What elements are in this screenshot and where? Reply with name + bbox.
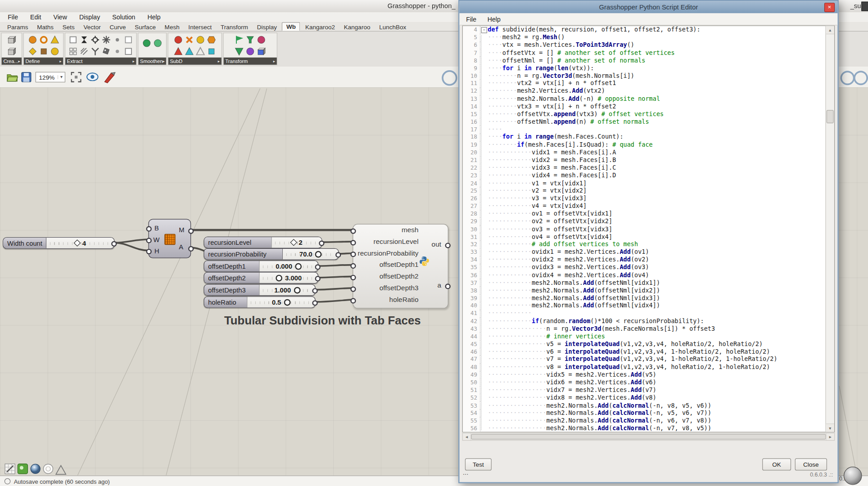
code-line[interactable]: 37············mesh2.Normals.Add(offsetNm… bbox=[463, 279, 826, 287]
ribbon-icon[interactable] bbox=[68, 34, 78, 45]
slider-track[interactable]: 70.0 bbox=[283, 249, 338, 259]
ribbon-icon[interactable] bbox=[101, 46, 111, 56]
tab-surface[interactable]: Surface bbox=[131, 23, 160, 31]
ribbon-icon[interactable] bbox=[206, 46, 217, 56]
code-line[interactable]: 30············ov3 = offsetVtx[vidx3] bbox=[463, 225, 826, 233]
code-line[interactable]: 4−def subdivide(mesh, recursion, offset1… bbox=[463, 26, 826, 34]
ribbon-icon[interactable] bbox=[49, 46, 59, 56]
chevron-right-icon[interactable]: ▸ bbox=[18, 59, 20, 63]
ribbon-icon[interactable] bbox=[195, 34, 205, 45]
ribbon-icon[interactable] bbox=[90, 46, 100, 56]
code-line[interactable]: 41············ bbox=[463, 310, 826, 317]
ribbon-icon[interactable] bbox=[6, 34, 17, 45]
code-line[interactable]: 17···· bbox=[463, 126, 826, 133]
ribbon-icon[interactable] bbox=[234, 46, 244, 56]
ribbon-icon[interactable] bbox=[101, 34, 111, 45]
output-nub[interactable] bbox=[445, 243, 451, 248]
code-line[interactable]: 20············vidx1 = mesh.Faces[i].A bbox=[463, 148, 826, 156]
menu-edit[interactable]: Edit bbox=[30, 14, 41, 21]
input-nub[interactable] bbox=[350, 275, 356, 280]
slider-track[interactable]: 4 bbox=[46, 238, 114, 248]
code-line[interactable]: 12········mesh2.Vertices.Add(vtx2) bbox=[463, 87, 826, 95]
tab-curve[interactable]: Curve bbox=[106, 23, 130, 31]
code-line[interactable]: 43················n = rg.Vector3d(mesh.F… bbox=[463, 325, 826, 333]
editor-menu-file[interactable]: File bbox=[466, 16, 476, 22]
slider-knob[interactable] bbox=[290, 239, 297, 246]
ribbon-icon[interactable] bbox=[234, 34, 244, 45]
output-nub[interactable] bbox=[445, 284, 451, 289]
paintbrush-icon[interactable] bbox=[103, 71, 117, 83]
toolbar-toggle-icon[interactable] bbox=[854, 71, 868, 85]
slider-recursionprobability[interactable]: recursionProbability70.0 bbox=[203, 248, 339, 260]
ribbon-icon[interactable] bbox=[245, 34, 255, 45]
input-nub[interactable] bbox=[350, 263, 356, 269]
code-line[interactable]: 52················vidx8 = mesh2.Vertices… bbox=[463, 394, 826, 401]
input-nub[interactable] bbox=[146, 238, 152, 243]
preview-eye-icon[interactable] bbox=[86, 72, 99, 81]
menu-view[interactable]: View bbox=[53, 14, 67, 21]
ribbon-icon[interactable] bbox=[6, 46, 17, 56]
slider-knob[interactable] bbox=[73, 239, 81, 247]
tab-kangaroo[interactable]: Kangaroo bbox=[340, 23, 374, 31]
scrollbar-thumb[interactable] bbox=[827, 110, 834, 123]
input-nub[interactable] bbox=[350, 228, 356, 234]
input-nub[interactable] bbox=[350, 286, 356, 292]
ribbon-icon[interactable] bbox=[173, 34, 183, 45]
code-line[interactable]: 9····for i in range(len(vtx)): bbox=[463, 64, 826, 72]
code-line[interactable]: 47················v7 = interpolateQuad(v… bbox=[463, 356, 826, 363]
code-line[interactable]: 22············vidx3 = mesh.Faces[i].C bbox=[463, 164, 826, 171]
code-line[interactable]: 50················vidx6 = mesh2.Vertices… bbox=[463, 378, 826, 386]
code-line[interactable]: 14········vtx3 = vtx[i] + n * offset2 bbox=[463, 103, 826, 110]
code-line[interactable]: 34············ovidx2 = mesh2.Vertices.Ad… bbox=[463, 256, 826, 264]
ribbon-icon[interactable] bbox=[141, 38, 152, 48]
ribbon-icon[interactable] bbox=[27, 34, 37, 45]
ribbon-icon[interactable] bbox=[79, 46, 89, 56]
slider-track[interactable]: 0.5 bbox=[248, 297, 315, 307]
editor-titlebar[interactable]: Grasshopper Python Script Editor × bbox=[460, 1, 838, 13]
code-line[interactable]: 40············mesh2.Normals.Add(offsetNm… bbox=[463, 302, 826, 310]
ribbon-icon[interactable] bbox=[79, 34, 89, 45]
code-line[interactable]: 5····mesh2 = rg.Mesh() bbox=[463, 34, 826, 41]
slider-knob[interactable] bbox=[315, 251, 322, 257]
tab-display[interactable]: Display bbox=[253, 23, 281, 31]
code-line[interactable]: 6····vtx = mesh.Vertices.ToPoint3dArray(… bbox=[463, 41, 826, 49]
scroll-right-icon[interactable]: ► bbox=[826, 433, 834, 440]
input-nub[interactable] bbox=[350, 240, 356, 245]
code-line[interactable]: 35············ovidx3 = mesh2.Vertices.Ad… bbox=[463, 264, 826, 271]
tab-transform[interactable]: Transform bbox=[217, 23, 252, 31]
zoom-select[interactable]: 129% ▼ bbox=[36, 72, 65, 82]
tab-lunchbox[interactable]: LunchBox bbox=[375, 23, 410, 31]
output-nub[interactable] bbox=[335, 252, 341, 257]
code-line[interactable]: 27············v4 = vtx[vidx4] bbox=[463, 202, 826, 210]
tab-wb[interactable]: Wb bbox=[282, 22, 300, 31]
code-line[interactable]: 28············ov1 = offsetVtx[vidx1] bbox=[463, 210, 826, 217]
input-nub[interactable] bbox=[350, 252, 356, 257]
slider-track[interactable]: 3.000 bbox=[260, 273, 318, 283]
slider-track[interactable]: 0.000 bbox=[260, 261, 318, 271]
input-nub[interactable] bbox=[350, 298, 356, 303]
output-nub[interactable] bbox=[188, 228, 194, 234]
slider-knob[interactable] bbox=[295, 263, 302, 270]
slider-knob[interactable] bbox=[276, 274, 282, 281]
code-line[interactable]: 51················vidx7 = mesh2.Vertices… bbox=[463, 386, 826, 394]
ribbon-icon[interactable] bbox=[153, 38, 163, 48]
toolbar-toggle-icon[interactable] bbox=[841, 71, 855, 85]
slider-knob[interactable] bbox=[294, 287, 300, 293]
slider-offsetdepth3[interactable]: offsetDepth31.000 bbox=[203, 284, 315, 296]
code-line[interactable]: 48················v8 = interpolateQuad(v… bbox=[463, 363, 826, 371]
ribbon-icon[interactable] bbox=[206, 34, 217, 45]
slider-offsetdepth2[interactable]: offsetDepth23.000 bbox=[203, 272, 318, 284]
output-nub[interactable] bbox=[315, 276, 321, 281]
document-icon[interactable] bbox=[43, 464, 54, 475]
window-control-box[interactable] bbox=[861, 2, 868, 11]
slider-holeratio[interactable]: holeRatio0.5 bbox=[203, 297, 315, 308]
ribbon-icon[interactable] bbox=[38, 34, 49, 45]
close-icon[interactable]: × bbox=[824, 3, 835, 12]
zoom-extents-icon[interactable] bbox=[71, 72, 81, 82]
menu-display[interactable]: Display bbox=[79, 14, 100, 21]
chevron-right-icon[interactable]: ▸ bbox=[59, 59, 61, 63]
tab-intersect[interactable]: Intersect bbox=[185, 23, 216, 31]
code-line[interactable]: 26············v3 = vtx[vidx3] bbox=[463, 194, 826, 202]
code-line[interactable]: 42············if(random.random()*100 < r… bbox=[463, 317, 826, 325]
code-line[interactable]: 44················# inner vertices bbox=[463, 333, 826, 340]
